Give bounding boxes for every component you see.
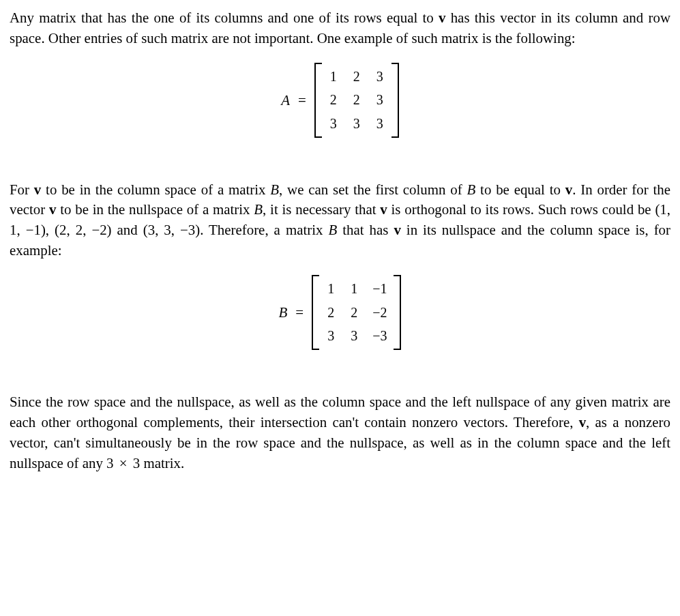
text: to be equal to: [475, 181, 565, 198]
matrix-cell: 2: [352, 90, 361, 110]
paragraph-1: Any matrix that has the one of its colum…: [10, 8, 670, 49]
vector-v: v: [49, 201, 56, 218]
matrix-A: 1 2 3 2 2 3 3 3 3: [314, 63, 399, 138]
matrix-cell: 1: [349, 279, 359, 299]
text: Since the row space and the nullspace, a…: [10, 394, 670, 430]
matrix-cell: 2: [329, 90, 338, 110]
text: , it is necessary that: [263, 201, 380, 218]
matrix-cell: 1: [329, 67, 338, 87]
paragraph-3: Since the row space and the nullspace, a…: [10, 392, 670, 474]
equals-sign: =: [298, 90, 306, 111]
matrix-cell: 2: [349, 303, 359, 323]
matrix-cell: 3: [375, 67, 385, 87]
matrix-cell: 3: [375, 90, 385, 110]
vector-v: v: [439, 10, 445, 26]
matrix-cell: 3: [326, 326, 336, 346]
matrix-lhs: B: [279, 302, 288, 323]
matrix-cell: 2: [352, 67, 361, 87]
right-bracket-icon: [391, 63, 399, 138]
left-bracket-icon: [312, 275, 319, 350]
text: , we can set the first column of: [279, 181, 467, 198]
matrix-lhs: A: [281, 90, 290, 111]
matrix-cell: −1: [372, 279, 387, 299]
text: Any matrix that has the one of its colum…: [10, 10, 439, 26]
matrix-B-symbol: B: [467, 181, 476, 198]
matrix-equation-A: A = 1 2 3 2 2 3 3 3 3: [10, 63, 670, 138]
matrix-cell: −3: [372, 326, 387, 346]
matrix-cell: 3: [349, 326, 359, 346]
right-bracket-icon: [394, 275, 401, 350]
vector-v: v: [380, 201, 387, 218]
equals-sign: =: [295, 302, 304, 323]
left-bracket-icon: [314, 63, 322, 138]
matrix-B-symbol: B: [328, 222, 337, 238]
matrix-equation-B: B = 1 1 −1 2 2 −2 3 3 −3: [10, 275, 670, 350]
text: For: [10, 181, 34, 198]
times-symbol: ×: [117, 455, 130, 471]
vector-v: v: [579, 414, 586, 430]
text: that has: [337, 222, 394, 238]
vector-v: v: [34, 181, 41, 198]
vector-v: v: [565, 181, 572, 198]
vector-v: v: [394, 222, 400, 238]
matrix-cell: 3: [375, 114, 385, 134]
text: to be in the nullspace of a matrix: [56, 201, 254, 218]
matrix-cell: 3: [329, 114, 338, 134]
matrix-B-symbol: B: [254, 201, 263, 218]
matrix-B: 1 1 −1 2 2 −2 3 3 −3: [312, 275, 401, 350]
matrix-B-symbol: B: [270, 181, 279, 198]
matrix-cell: 1: [326, 279, 336, 299]
matrix-cell: −2: [372, 303, 387, 323]
text: to be in the column space of a matrix: [41, 181, 270, 198]
text: 3 matrix.: [130, 455, 185, 471]
paragraph-2: For v to be in the column space of a mat…: [10, 180, 670, 262]
matrix-cell: 3: [352, 114, 361, 134]
matrix-cell: 2: [326, 303, 336, 323]
